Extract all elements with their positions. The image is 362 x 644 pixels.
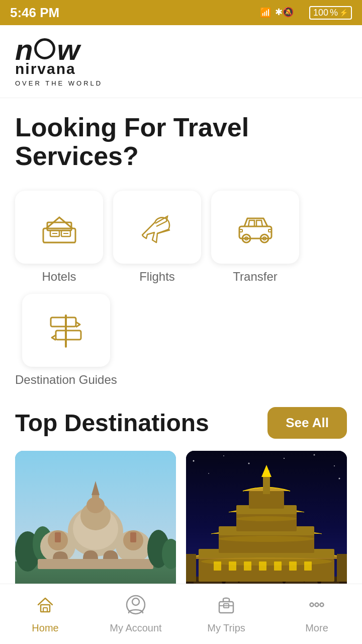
- service-destination-guides[interactable]: Destination Guides: [15, 294, 117, 387]
- svg-rect-33: [130, 532, 136, 542]
- svg-rect-72: [289, 561, 297, 571]
- transfer-icon: [235, 207, 276, 248]
- nav-my-trips[interactable]: My Trips: [181, 595, 272, 634]
- svg-point-42: [314, 454, 315, 456]
- svg-point-40: [248, 463, 250, 464]
- destination-card-2[interactable]: [186, 451, 347, 602]
- battery-icon: 100% ⚡: [309, 6, 352, 20]
- svg-point-46: [339, 478, 340, 479]
- svg-rect-71: [274, 561, 282, 571]
- svg-point-78: [132, 598, 139, 605]
- account-icon: [126, 595, 146, 619]
- guides-icon-box[interactable]: [22, 294, 110, 367]
- logo-nirvana: nirvana: [15, 60, 76, 77]
- svg-rect-68: [229, 561, 236, 571]
- nav-home[interactable]: Home: [0, 595, 90, 634]
- main-content: Looking For Travel Services? Hotels: [0, 98, 362, 387]
- flights-label: Flights: [139, 270, 175, 284]
- destination-card-1[interactable]: [15, 451, 176, 602]
- svg-point-38: [193, 460, 195, 462]
- nav-home-label: Home: [32, 622, 58, 634]
- svg-rect-34: [38, 559, 153, 569]
- logo: n w nirvana OVER THE WORLD: [15, 35, 347, 88]
- svg-rect-13: [239, 229, 242, 232]
- bottom-nav: Home My Account My Trips: [0, 584, 362, 644]
- destination-card-1-image: [15, 451, 176, 602]
- svg-point-84: [315, 603, 319, 606]
- svg-rect-26: [92, 494, 99, 509]
- svg-point-43: [334, 465, 335, 466]
- transfer-label: Transfer: [233, 270, 277, 284]
- home-icon: [35, 595, 55, 619]
- svg-rect-75: [337, 554, 347, 582]
- svg-point-66: [236, 516, 297, 521]
- hotels-icon-box[interactable]: [15, 191, 103, 264]
- logo-tagline: OVER THE WORLD: [15, 79, 103, 87]
- service-hotels[interactable]: Hotels: [15, 191, 103, 284]
- top-destinations-section: Top Destinations See All: [0, 397, 362, 602]
- svg-rect-62: [263, 475, 270, 494]
- svg-point-65: [219, 536, 314, 542]
- hotel-icon: [39, 207, 79, 248]
- signal-icon: ✱🔕: [275, 6, 305, 20]
- svg-rect-17: [56, 331, 81, 340]
- svg-rect-59: [236, 512, 297, 531]
- svg-rect-74: [186, 554, 196, 582]
- svg-point-44: [208, 473, 209, 474]
- svg-rect-69: [244, 561, 251, 571]
- app-header: n w nirvana OVER THE WORLD: [0, 25, 362, 98]
- svg-rect-70: [259, 561, 266, 571]
- flights-icon-box[interactable]: [113, 191, 201, 264]
- svg-point-41: [284, 458, 285, 459]
- svg-rect-8: [239, 226, 272, 238]
- service-transfer[interactable]: Transfer: [211, 191, 299, 284]
- nav-account-label: My Account: [110, 622, 161, 634]
- transfer-icon-box[interactable]: [211, 191, 299, 264]
- services-grid: Hotels Flights: [15, 191, 347, 387]
- svg-rect-16: [51, 317, 76, 327]
- svg-point-83: [310, 603, 314, 606]
- svg-text:✱🔕: ✱🔕: [275, 7, 294, 17]
- status-bar: 5:46 PM 📶 ✱🔕 100% ⚡: [0, 0, 362, 25]
- flight-icon: [137, 207, 177, 248]
- see-all-button[interactable]: See All: [267, 407, 347, 439]
- main-heading: Looking For Travel Services?: [15, 113, 347, 171]
- destinations-header: Top Destinations See All: [15, 407, 347, 439]
- destinations-row: [15, 451, 347, 602]
- svg-rect-73: [304, 561, 312, 571]
- svg-rect-30: [55, 532, 61, 542]
- svg-rect-67: [214, 561, 221, 571]
- more-icon: [307, 595, 327, 619]
- nav-more[interactable]: More: [272, 595, 362, 634]
- bluetooth-icon: 📶: [260, 7, 271, 18]
- nav-my-account[interactable]: My Account: [90, 595, 181, 634]
- svg-point-85: [320, 603, 324, 606]
- trips-icon: [216, 595, 236, 619]
- guides-label: Destination Guides: [15, 373, 117, 387]
- guide-icon: [46, 310, 86, 351]
- svg-point-39: [223, 455, 224, 456]
- service-flights[interactable]: Flights: [113, 191, 201, 284]
- destinations-title: Top Destinations: [15, 409, 209, 437]
- svg-rect-14: [268, 229, 272, 232]
- hotels-label: Hotels: [42, 270, 76, 284]
- logo-o-circle: [34, 38, 55, 59]
- status-icons: 📶 ✱🔕 100% ⚡: [260, 6, 352, 20]
- nav-trips-label: My Trips: [207, 622, 245, 634]
- nav-more-label: More: [305, 622, 328, 634]
- status-time: 5:46 PM: [10, 5, 59, 21]
- destination-card-2-image: [186, 451, 347, 602]
